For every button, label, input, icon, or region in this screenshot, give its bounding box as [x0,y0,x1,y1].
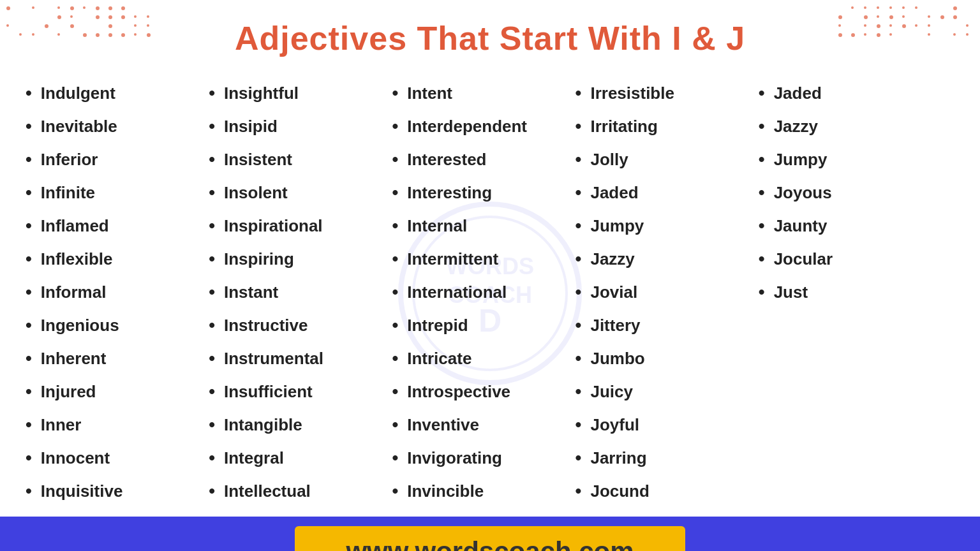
column-4: IrresistibleIrritatingJollyJadedJumpyJaz… [575,77,759,551]
list-item: Jittery [575,309,759,342]
list-item: Informal [26,276,209,309]
list-item: Insipid [209,110,392,143]
list-item: International [392,276,575,309]
list-item: Jazzy [759,110,942,143]
footer-bar: www.wordscoach.com [0,517,980,551]
page-header: Adjectives That Start With I & J [0,0,980,64]
list-item: Jaded [575,176,759,209]
list-item: Jaunty [759,209,942,242]
list-item: Jocund [575,474,759,508]
list-item: Introspective [392,375,575,408]
page-title: Adjectives That Start With I & J [13,19,967,57]
list-item: Joyful [575,408,759,441]
list-item: Injured [26,375,209,408]
list-item: Inflexible [26,242,209,276]
list-item: Instructive [209,309,392,342]
list-item: Inventive [392,408,575,441]
list-item: Intermittent [392,242,575,276]
list-item: Jumpy [759,143,942,176]
list-item: Indulgent [26,77,209,110]
list-item: Jumbo [575,342,759,375]
column-1: IndulgentInevitableInferiorInfiniteInfla… [26,77,209,551]
list-item: Joyous [759,176,942,209]
list-item: Jarring [575,441,759,474]
list-item: Juicy [575,375,759,408]
list-item: Insistent [209,143,392,176]
list-item: Insolent [209,176,392,209]
list-item: Inherent [26,342,209,375]
list-item: Insightful [209,77,392,110]
list-item: Inner [26,408,209,441]
list-item: Jaded [759,77,942,110]
list-item: Irresistible [575,77,759,110]
list-item: Intangible [209,408,392,441]
list-item: Interesting [392,176,575,209]
list-item: Ingenious [26,309,209,342]
column-5: JadedJazzyJumpyJoyousJauntyJocularJust [759,77,942,551]
list-item: Infinite [26,176,209,209]
list-item: Instant [209,276,392,309]
list-item: Innocent [26,441,209,474]
list-item: Instrumental [209,342,392,375]
list-item: Inevitable [26,110,209,143]
list-item: Interested [392,143,575,176]
list-item: Inquisitive [26,474,209,508]
list-item: Jolly [575,143,759,176]
list-item: Intent [392,77,575,110]
content-area: IndulgentInevitableInferiorInfiniteInfla… [0,64,980,551]
list-item: Jovial [575,276,759,309]
list-item: Just [759,276,942,309]
list-item: Irritating [575,110,759,143]
list-item: Inspiring [209,242,392,276]
column-2: InsightfulInsipidInsistentInsolentInspir… [209,77,392,551]
list-item: Insufficient [209,375,392,408]
list-item: Interdependent [392,110,575,143]
list-item: Jocular [759,242,942,276]
list-item: Inferior [26,143,209,176]
list-item: Invigorating [392,441,575,474]
list-item: Inflamed [26,209,209,242]
url-badge: www.wordscoach.com [295,526,685,551]
list-item: Internal [392,209,575,242]
list-item: Jazzy [575,242,759,276]
list-item: Intrepid [392,309,575,342]
column-3: IntentInterdependentInterestedInterestin… [392,77,575,551]
list-item: Jumpy [575,209,759,242]
list-item: Integral [209,441,392,474]
list-item: Inspirational [209,209,392,242]
list-item: Intricate [392,342,575,375]
list-item: Invincible [392,474,575,508]
list-item: Intellectual [209,474,392,508]
